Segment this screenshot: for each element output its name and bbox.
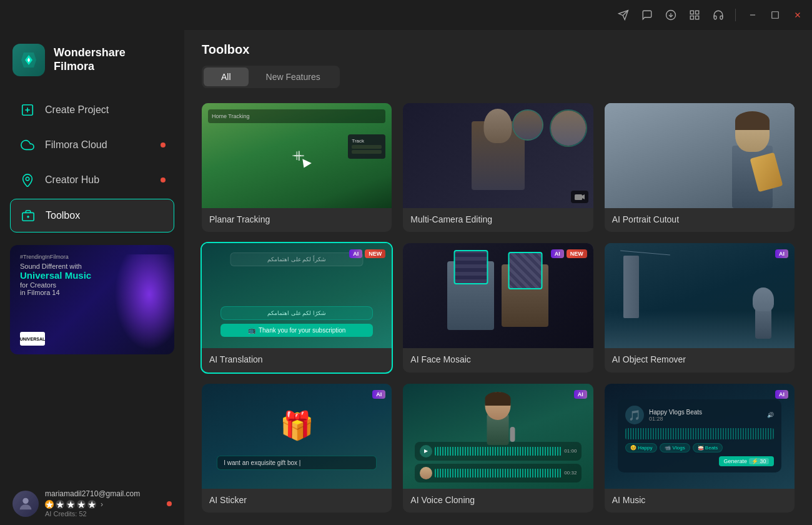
svg-marker-21 [582,194,585,199]
credits-dot [167,501,172,506]
sidebar-item-label: Toolbox [46,210,80,221]
badge-group: AI NEW [349,249,385,258]
svg-rect-3 [690,11,693,14]
svg-point-15 [26,177,29,181]
app-body: Wondershare Filmora Create Project [0,30,812,525]
notification-dot [161,142,166,148]
tools-grid: Home Tracking + Track Planar Tracking [184,98,812,525]
new-badge: NEW [567,249,587,258]
sidebar-item-create-project[interactable]: Create Project [10,94,174,126]
download-icon[interactable] [664,8,678,22]
tool-card-ai-portrait-cutout[interactable]: AI Portrait Cutout [605,103,795,232]
app-name: Wondershare [54,46,126,60]
badge-group: AI [775,249,788,258]
tool-label: Multi-Camera Editing [403,208,593,231]
tool-thumbnail: ▶ 01:00 00:32 AI [403,384,593,489]
send-icon[interactable] [616,8,630,22]
thumb-visual: Home Tracking + Track [202,103,392,208]
app-product: Filmora [54,60,126,74]
tool-card-ai-sticker[interactable]: 🎁 I want an exquisite gift box | AI AI S… [202,384,392,512]
main-content: Toolbox All New Features Home Tracking + [184,30,812,525]
tool-thumbnail [605,103,795,208]
avatar [12,491,39,517]
tool-label: AI Sticker [202,489,392,511]
close-button[interactable] [791,8,805,22]
plus-square-icon [20,102,35,118]
sidebar: Wondershare Filmora Create Project [0,30,184,525]
badge-group: AI [372,390,385,399]
nav-menu: Create Project Filmora Cloud Creator Hu [0,94,184,232]
tool-card-planar-tracking[interactable]: Home Tracking + Track Planar Tracking [202,103,392,232]
profile-email: mariamadil2710@gmail.com [45,489,161,498]
tool-card-multi-camera-editing[interactable]: Multi-Camera Editing [403,103,593,232]
svg-point-19 [22,498,28,503]
tool-card-ai-music[interactable]: 🎵 Happy Vlogs Beats 01:28 🔊 😊 Happy [605,384,795,512]
universal-logo: UNIVERSAL [20,332,45,346]
badge-group: AI [775,390,788,399]
content-header: Toolbox All New Features [184,30,812,98]
sidebar-item-creator-hub[interactable]: Creator Hub [10,164,174,196]
tool-thumbnail: 🎁 I want an exquisite gift box | AI [202,384,392,489]
tool-label: AI Face Mosaic [403,348,593,371]
tool-card-ai-voice-cloning[interactable]: ▶ 01:00 00:32 AI [403,384,593,512]
window-controls [746,8,805,22]
tool-thumbnail: شكراً لكم على اهتمامكم شكرًا لكم على اهت… [202,243,392,348]
logo-text: Wondershare Filmora [54,46,126,73]
tool-thumbnail: Home Tracking + Track [202,103,392,208]
tool-label: AI Voice Cloning [403,489,593,511]
tool-card-ai-object-remover[interactable]: AI AI Object Remover [605,243,795,372]
ai-badge: AI [775,390,788,399]
banner-hashtag: #TrendingInFilmora [20,254,164,260]
toolbox-icon [21,208,36,223]
page-title: Toolbox [202,42,795,57]
svg-rect-6 [696,16,699,19]
tab-new-features[interactable]: New Features [249,68,338,86]
svg-rect-4 [696,11,699,14]
banner-content: #TrendingInFilmora Sound Different with … [10,245,174,306]
sidebar-item-filmora-cloud[interactable]: Filmora Cloud [10,129,174,161]
ai-badge: AI [372,390,385,399]
ai-badge: AI [574,390,587,399]
tool-label: AI Object Remover [605,348,795,371]
profile-stars: ★ ★ ★ ★ ★ › [45,500,161,509]
tool-thumbnail: AI [605,243,795,348]
banner-line2: Universal Music [20,270,164,281]
tool-thumbnail [403,103,593,208]
sidebar-item-label: Creator Hub [45,174,99,186]
tool-card-ai-face-mosaic[interactable]: AI NEW AI Face Mosaic [403,243,593,372]
user-profile[interactable]: mariamadil2710@gmail.com ★ ★ ★ ★ ★ › AI … [0,482,184,525]
title-bar [0,0,812,30]
cloud-icon [20,138,35,152]
tool-label: AI Portrait Cutout [605,208,795,231]
sidebar-item-toolbox[interactable]: Toolbox [10,199,174,232]
headset-icon[interactable] [711,8,725,22]
separator [735,9,736,21]
maximize-button[interactable] [768,8,782,22]
tool-label: Planar Tracking [202,208,392,231]
logo-icon [12,44,45,76]
grid-icon[interactable] [688,8,701,22]
sidebar-item-label: Create Project [45,104,109,116]
svg-rect-5 [690,16,693,19]
tab-all[interactable]: All [204,68,249,86]
ai-badge: AI [551,249,564,258]
minimize-button[interactable] [746,8,760,22]
tool-label: AI Translation [202,348,392,371]
ai-badge: AI [775,249,788,258]
tool-card-ai-translation[interactable]: شكراً لكم على اهتمامكم شكرًا لكم على اهت… [202,243,392,372]
promo-banner[interactable]: #TrendingInFilmora Sound Different with … [10,245,174,354]
svg-rect-8 [772,12,779,19]
app-logo: Wondershare Filmora [0,30,184,94]
tool-thumbnail: 🎵 Happy Vlogs Beats 01:28 🔊 😊 Happy [605,384,795,489]
new-badge: NEW [365,249,385,258]
tabs: All New Features [202,66,340,88]
badge-group: AI NEW [551,249,587,258]
badge-group: AI [574,390,587,399]
tool-label: AI Music [605,489,795,511]
banner-line1: Sound Different with [20,262,164,270]
svg-rect-20 [575,194,582,200]
location-icon [20,172,35,188]
banner-line3: for Creators [20,281,164,289]
ai-credits: AI Credits: 52 [45,510,161,518]
chat-icon[interactable] [640,8,654,22]
